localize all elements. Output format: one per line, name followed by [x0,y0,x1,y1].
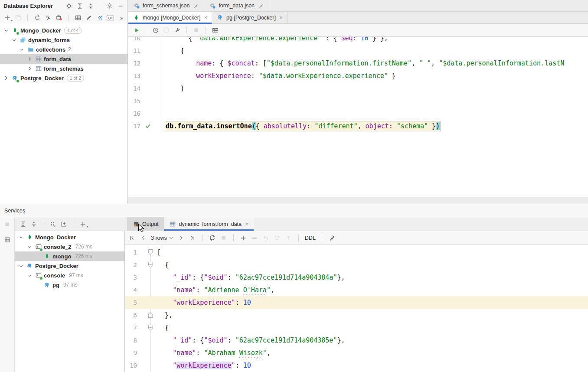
chevron-down-icon[interactable] [26,245,33,249]
collapse-all-icon[interactable] [30,220,37,228]
tab-label: form_data.json [219,3,255,9]
ddl-button[interactable]: DDL [305,235,316,241]
executed-statement: db.form_data.insertOne({ absolutelly: "d… [165,121,441,131]
add-icon[interactable]: ▾ [79,220,86,228]
group-by-icon[interactable] [49,220,56,228]
next-page-icon[interactable] [177,234,185,241]
parameters-icon[interactable]: P [163,26,170,34]
tree-item-console_2[interactable]: console_2726 ms [15,242,124,251]
close-icon[interactable]: × [244,221,248,227]
tree-item-mongo_docker[interactable]: Mongo_Docker [15,232,124,242]
tree-item-form_data[interactable]: form_data [0,54,127,64]
run-icon[interactable] [133,26,140,34]
last-page-icon[interactable] [189,234,196,241]
tree-item-label: console [44,272,65,279]
stop-icon[interactable] [220,234,227,241]
expand-all-icon[interactable] [19,220,26,228]
tree-item-form_schemas[interactable]: form_schemas [0,64,127,73]
tab-output[interactable]: Output [127,217,164,231]
editor-lines: 10 { "data.workExperience.experience" : … [128,37,588,132]
code-text: "_id": {"$oid": "62ac97cce191d714a904384… [155,274,345,281]
tab-form-data-json[interactable]: form_data.json [204,0,269,11]
rows-selector[interactable]: 3 rows [151,234,173,241]
chevron-right-icon[interactable] [26,56,33,62]
pin-tab-icon[interactable] [257,2,265,10]
rollback-icon[interactable] [274,234,281,241]
undo-icon[interactable] [262,234,270,241]
detach-icon[interactable] [55,14,62,22]
result-json-view[interactable]: 1−[2− {3 "_id": {"$oid": "62ac97cce191d7… [125,245,588,372]
jump-to-console-icon[interactable] [96,14,103,22]
stop-icon[interactable] [193,26,200,34]
fold-marker[interactable]: − [148,249,153,255]
first-page-icon[interactable] [128,234,136,241]
close-icon[interactable]: × [278,14,283,21]
tab-pg-postgre-docker-[interactable]: pg [Postgre_Docker]× [212,12,287,23]
database-tree: Mongo_Docker1 of 4dynamic_formscollectio… [0,24,127,83]
chevron-down-icon[interactable] [18,47,25,52]
hide-icon[interactable] [117,2,124,10]
chevron-right-icon[interactable] [3,75,10,81]
tree-item-mongo_docker[interactable]: Mongo_Docker1 of 4 [0,26,127,35]
pin-tab-icon[interactable] [192,2,199,10]
query-console-icon[interactable]: QL [107,14,114,22]
child-count: 2 [68,46,71,52]
chevron-down-icon[interactable] [10,38,17,42]
tab-dynamic-forms-form-data[interactable]: dynamic_forms.form_data× [164,217,254,231]
pin-icon[interactable] [328,234,336,241]
tree-item-dynamic_forms[interactable]: dynamic_forms [0,35,127,45]
tree-item-console[interactable]: console97 ms [15,271,124,280]
editor-gutter: 17 [128,120,162,132]
tree-item-postgre_docker[interactable]: Postgre_Docker1 of 2 [0,73,127,83]
line-number: 8 [125,337,137,344]
table-icon[interactable] [74,14,82,22]
editor-gutter: 15 [128,95,162,107]
add-row-icon[interactable] [240,234,247,241]
collapse-all-icon[interactable] [87,2,94,10]
chevron-down-icon[interactable] [17,264,24,268]
settings-icon[interactable] [106,2,113,10]
chevron-down-icon[interactable] [26,273,33,278]
locate-icon[interactable] [65,2,72,10]
tree-item-collections[interactable]: collections2 [0,45,127,54]
close-icon[interactable]: × [203,14,207,21]
tab-label: dynamic_forms.form_data [179,221,242,227]
stop-icon[interactable] [3,221,11,228]
attach-table-icon[interactable] [212,26,219,34]
query-editor[interactable]: 10 { "data.workExperience.experience" : … [128,37,588,197]
line-number: 12 [128,60,140,67]
fold-marker[interactable]: − [148,325,153,330]
reload-icon[interactable] [209,234,216,241]
chevron-down-icon[interactable] [17,235,24,240]
chevron-down-icon[interactable] [3,28,10,33]
toolbar-separator [43,221,43,228]
add-icon[interactable]: ▾ [3,14,11,22]
prev-page-icon[interactable] [140,234,147,241]
submit-icon[interactable] [285,234,292,241]
mongodb-icon [133,14,140,21]
duplicate-icon[interactable] [14,14,22,22]
remove-row-icon[interactable] [251,234,258,241]
database-icon [19,36,26,44]
chevron-right-icon[interactable] [26,65,33,72]
more-icon[interactable]: » [118,14,125,22]
fold-marker[interactable]: − [148,262,153,268]
tab-form-schemas-json[interactable]: form_schemas.json [128,0,204,11]
expand-all-icon[interactable] [76,2,83,10]
label-text: DDL [305,235,316,241]
wrench-icon[interactable] [173,26,181,34]
tab-mongo-mongo-docker-[interactable]: mongo [Mongo_Docker]× [128,12,212,23]
filter-frame-icon[interactable] [60,220,67,228]
services-view-icon[interactable] [3,236,11,243]
duration-label: 97 ms [63,282,78,288]
tab-label: form_schemas.json [143,3,189,9]
tree-item-postgre_docker[interactable]: Postgre_Docker [15,261,124,271]
data-source-properties-icon[interactable] [44,14,52,22]
refresh-icon[interactable] [33,14,41,22]
tree-item-mongo[interactable]: mongo726 ms [15,251,124,261]
tree-item-pg[interactable]: pg97 ms [15,280,124,290]
fold-marker[interactable]: − [148,312,153,318]
result-line-8: 8 "_id": {"$oid": "62ac97cce191d714a9043… [125,334,588,346]
edit-icon[interactable] [85,14,92,22]
history-icon[interactable] [152,26,159,34]
